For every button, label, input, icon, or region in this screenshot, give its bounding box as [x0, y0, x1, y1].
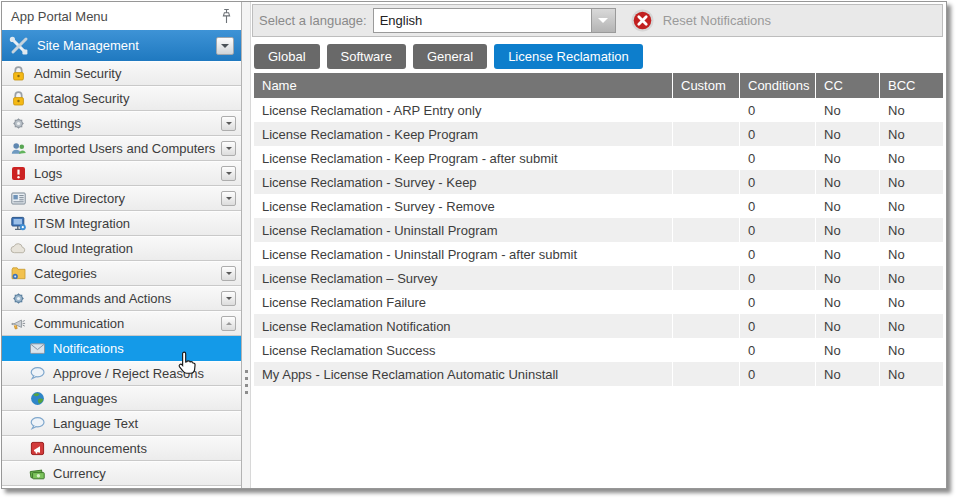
tab-label: Software — [341, 49, 392, 64]
tab-general[interactable]: General — [413, 44, 487, 69]
cell-bcc: No — [879, 266, 943, 290]
sidebar-item-approve-reject-reasons[interactable]: Approve / Reject Reasons — [2, 361, 241, 386]
gear-blue-icon — [10, 290, 27, 307]
chevron-down-icon[interactable] — [221, 166, 236, 181]
cell-name: License Reclamation Notification — [254, 314, 672, 338]
sidebar-splitter[interactable] — [242, 2, 251, 488]
reset-notifications-button[interactable]: Reset Notifications — [631, 9, 771, 32]
sidebar-item-active-directory[interactable]: Active Directory — [2, 186, 241, 211]
cell-cc: No — [815, 314, 879, 338]
language-select[interactable]: English — [373, 8, 616, 33]
cell-cc: No — [815, 122, 879, 146]
sidebar-item-settings[interactable]: Settings — [2, 111, 241, 136]
table-row[interactable]: License Reclamation Failure 0 No No — [254, 290, 943, 314]
speech-icon — [29, 415, 46, 432]
chevron-down-icon[interactable] — [221, 266, 236, 281]
column-header-bcc[interactable]: BCC — [879, 73, 943, 98]
column-header-custom[interactable]: Custom — [672, 73, 739, 98]
cell-conditions: 0 — [739, 98, 815, 122]
tab-software[interactable]: Software — [327, 44, 406, 69]
cell-name: License Reclamation Success — [254, 338, 672, 362]
column-header-conditions[interactable]: Conditions — [739, 73, 815, 98]
sidebar-item-currency[interactable]: Currency — [2, 461, 241, 486]
table-row[interactable]: License Reclamation - ARP Entry only 0 N… — [254, 98, 943, 122]
table-row[interactable]: License Reclamation - Uninstall Program … — [254, 242, 943, 266]
sidebar-item-announcements[interactable]: Announcements — [2, 436, 241, 461]
chevron-down-icon[interactable] — [216, 37, 234, 55]
splitter-grip-icon — [245, 370, 248, 394]
cell-bcc: No — [879, 314, 943, 338]
column-header-name[interactable]: Name — [254, 73, 672, 98]
sidebar-item-label: Logs — [34, 166, 62, 181]
table-row[interactable]: License Reclamation Notification 0 No No — [254, 314, 943, 338]
pin-icon[interactable] — [221, 8, 232, 25]
table-row[interactable]: License Reclamation - Survey - Remove 0 … — [254, 194, 943, 218]
tab-license-reclamation[interactable]: License Reclamation — [494, 44, 643, 69]
chevron-down-icon[interactable] — [221, 116, 236, 131]
sidebar-item-language-text[interactable]: Language Text — [2, 411, 241, 436]
chevron-up-icon[interactable] — [221, 316, 236, 331]
cell-cc: No — [815, 290, 879, 314]
lock-icon — [10, 65, 27, 82]
sidebar-item-notifications[interactable]: Notifications — [2, 336, 241, 361]
chevron-down-icon[interactable] — [591, 9, 615, 32]
cell-conditions: 0 — [739, 290, 815, 314]
sidebar-item-communication[interactable]: Communication — [2, 311, 241, 336]
cell-cc: No — [815, 362, 879, 386]
chevron-down-icon[interactable] — [221, 291, 236, 306]
column-header-cc[interactable]: CC — [815, 73, 879, 98]
sidebar-item-label: Active Directory — [34, 191, 125, 206]
cell-bcc: No — [879, 338, 943, 362]
alert-icon — [10, 165, 27, 182]
cell-custom — [672, 362, 739, 386]
cell-name: License Reclamation - Keep Program - aft… — [254, 146, 672, 170]
cell-bcc: No — [879, 98, 943, 122]
cell-bcc: No — [879, 242, 943, 266]
cell-custom — [672, 194, 739, 218]
sidebar-item-itsm-integration[interactable]: ITSM Integration — [2, 211, 241, 236]
table-row[interactable]: License Reclamation - Keep Program 0 No … — [254, 122, 943, 146]
cell-conditions: 0 — [739, 122, 815, 146]
cell-bcc: No — [879, 170, 943, 194]
cell-cc: No — [815, 170, 879, 194]
cell-bcc: No — [879, 290, 943, 314]
lock-icon — [10, 90, 27, 107]
cell-name: License Reclamation - Uninstall Program — [254, 218, 672, 242]
cell-cc: No — [815, 218, 879, 242]
sidebar-item-site-management[interactable]: Site Management — [2, 30, 241, 61]
sidebar-item-categories[interactable]: Categories — [2, 261, 241, 286]
table-row[interactable]: License Reclamation - Survey - Keep 0 No… — [254, 170, 943, 194]
chevron-down-icon[interactable] — [221, 191, 236, 206]
sidebar-item-logs[interactable]: Logs — [2, 161, 241, 186]
table-row[interactable]: License Reclamation Success 0 No No — [254, 338, 943, 362]
cell-name: License Reclamation – Survey — [254, 266, 672, 290]
table-row[interactable]: My Apps - License Reclamation Automatic … — [254, 362, 943, 386]
table-row[interactable]: License Reclamation - Keep Program - aft… — [254, 146, 943, 170]
cell-bcc: No — [879, 362, 943, 386]
sidebar-menu: Admin Security Catalog Security Settings… — [2, 61, 241, 488]
language-toolbar: Select a language: English Reset Notific… — [252, 4, 943, 37]
sidebar-title: App Portal Menu — [11, 9, 108, 24]
itsm-icon — [10, 215, 27, 232]
sidebar-item-label: ITSM Integration — [34, 216, 130, 231]
tab-label: License Reclamation — [508, 49, 629, 64]
chevron-down-icon[interactable] — [221, 141, 236, 156]
tools-icon — [9, 36, 29, 56]
cell-bcc: No — [879, 122, 943, 146]
cell-cc: No — [815, 242, 879, 266]
cell-name: License Reclamation Failure — [254, 290, 672, 314]
sidebar-item-imported-users-and-computers[interactable]: Imported Users and Computers — [2, 136, 241, 161]
folder-gear-icon — [10, 265, 27, 282]
sidebar-item-languages[interactable]: Languages — [2, 386, 241, 411]
sidebar-item-catalog-security[interactable]: Catalog Security — [2, 86, 241, 111]
sidebar-item-admin-security[interactable]: Admin Security — [2, 61, 241, 86]
sidebar-item-label: Notifications — [53, 341, 124, 356]
table-row[interactable]: License Reclamation - Uninstall Program … — [254, 218, 943, 242]
cell-custom — [672, 290, 739, 314]
sidebar-item-commands-and-actions[interactable]: Commands and Actions — [2, 286, 241, 311]
tab-global[interactable]: Global — [254, 44, 320, 69]
cell-custom — [672, 314, 739, 338]
table-row[interactable]: License Reclamation – Survey 0 No No — [254, 266, 943, 290]
sidebar-item-cloud-integration[interactable]: Cloud Integration — [2, 236, 241, 261]
sidebar-item-label: Cloud Integration — [34, 241, 133, 256]
